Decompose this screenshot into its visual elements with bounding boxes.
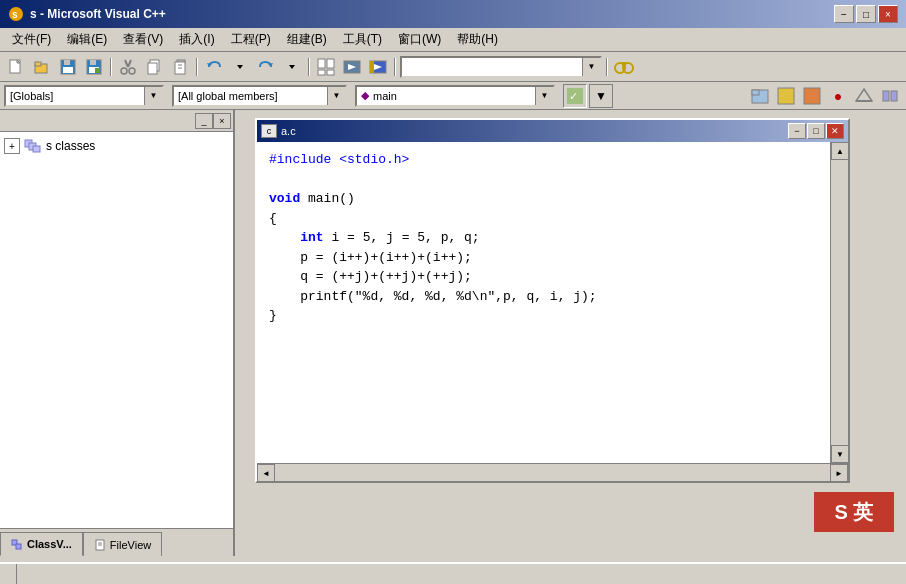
- tab-classview[interactable]: ClassV...: [0, 532, 83, 556]
- watermark-badge: S 英: [814, 492, 894, 532]
- sep1: [108, 55, 114, 79]
- workspace-btn5[interactable]: [852, 84, 876, 108]
- code-line-3: {: [269, 209, 818, 229]
- code-close-btn[interactable]: ✕: [826, 123, 844, 139]
- main-arrow[interactable]: ▼: [535, 87, 553, 105]
- classview-icon: [11, 537, 23, 551]
- code-win-controls: − □ ✕: [788, 123, 844, 139]
- panel-toolbar: _ ×: [0, 110, 233, 132]
- toolbar2: [Globals] ▼ [All global members] ▼ ◆ mai…: [0, 82, 906, 110]
- menu-tools[interactable]: 工具(T): [335, 29, 390, 50]
- menu-edit[interactable]: 编辑(E): [59, 29, 115, 50]
- menu-view[interactable]: 查看(V): [115, 29, 171, 50]
- panel-close-btn[interactable]: ×: [213, 113, 231, 129]
- panel-tabs: ClassV... FileView: [0, 528, 233, 556]
- paste-button[interactable]: [168, 55, 192, 79]
- scroll-track-h: [275, 464, 830, 481]
- code-window: c a.c − □ ✕ #include <stdio.h> void main…: [255, 118, 850, 483]
- search-dropdown[interactable]: ▼: [400, 56, 602, 78]
- globals-text: [Globals]: [6, 87, 144, 105]
- toolbar1: ▼: [0, 52, 906, 82]
- global-members-combo[interactable]: [All global members] ▼: [172, 85, 347, 107]
- menu-build[interactable]: 组建(B): [279, 29, 335, 50]
- tree-root-item[interactable]: + s classes: [4, 136, 229, 156]
- menu-help[interactable]: 帮助(H): [449, 29, 506, 50]
- svg-text:✓: ✓: [569, 90, 578, 102]
- build-btn3[interactable]: [366, 55, 390, 79]
- tab-classview-label: ClassV...: [27, 538, 72, 550]
- code-window-title: a.c: [281, 125, 788, 137]
- workspace-btn4[interactable]: ●: [826, 84, 850, 108]
- global-members-arrow[interactable]: ▼: [327, 87, 345, 105]
- statusbar: [0, 562, 906, 584]
- tab-fileview[interactable]: FileView: [83, 532, 162, 556]
- copy-button[interactable]: [142, 55, 166, 79]
- code-line-7: printf("%d, %d, %d, %d\n",p, q, i, j);: [269, 287, 818, 307]
- menu-window[interactable]: 窗口(W): [390, 29, 449, 50]
- close-button[interactable]: ×: [878, 5, 898, 23]
- filter-button[interactable]: ✓: [563, 84, 587, 108]
- code-line-blank: [269, 170, 818, 190]
- scroll-left-btn[interactable]: ◄: [257, 464, 275, 482]
- maximize-button[interactable]: □: [856, 5, 876, 23]
- sep5: [604, 55, 610, 79]
- tree-expand-icon[interactable]: +: [4, 138, 20, 154]
- workspace-btn3[interactable]: [800, 84, 824, 108]
- scroll-down-btn[interactable]: ▼: [831, 445, 849, 463]
- sep2: [194, 55, 200, 79]
- save-button[interactable]: [56, 55, 80, 79]
- code-minimize-btn[interactable]: −: [788, 123, 806, 139]
- redo-dropdown-button[interactable]: [280, 55, 304, 79]
- minimize-button[interactable]: −: [834, 5, 854, 23]
- svg-rect-44: [804, 88, 820, 104]
- svg-rect-27: [318, 59, 325, 68]
- svg-text:s: s: [12, 9, 18, 20]
- main-combo[interactable]: ◆ main ▼: [355, 85, 555, 107]
- scroll-up-btn[interactable]: ▲: [831, 142, 849, 160]
- search-dropdown-arrow[interactable]: ▼: [582, 58, 600, 76]
- open-button[interactable]: [30, 55, 54, 79]
- menu-insert[interactable]: 插入(I): [171, 29, 222, 50]
- scroll-right-btn[interactable]: ►: [830, 464, 848, 482]
- globals-combo[interactable]: [Globals] ▼: [4, 85, 164, 107]
- svg-rect-30: [327, 70, 334, 75]
- globals-arrow[interactable]: ▼: [144, 87, 162, 105]
- build-btn2[interactable]: [340, 55, 364, 79]
- undo-dropdown-button[interactable]: [228, 55, 252, 79]
- status-ready: [0, 564, 17, 584]
- code-editor[interactable]: #include <stdio.h> void main() { int i =…: [257, 142, 830, 463]
- svg-point-15: [121, 68, 127, 74]
- code-scrollbar-horizontal[interactable]: ◄ ►: [257, 463, 848, 481]
- left-panel: _ × + s classes: [0, 110, 235, 556]
- code-maximize-btn[interactable]: □: [807, 123, 825, 139]
- code-scrollbar-vertical[interactable]: ▲ ▼: [830, 142, 848, 463]
- classes-icon: [24, 138, 42, 154]
- new-file-button[interactable]: [4, 55, 28, 79]
- open-workspace-btn[interactable]: [748, 84, 772, 108]
- menu-file[interactable]: 文件(F): [4, 29, 59, 50]
- svg-line-14: [128, 60, 131, 67]
- app-icon: s: [8, 6, 24, 22]
- window-controls: − □ ×: [834, 5, 898, 23]
- workspace-btn2[interactable]: [774, 84, 798, 108]
- svg-rect-43: [778, 88, 794, 104]
- save-workspace-button[interactable]: [82, 55, 106, 79]
- sep3: [306, 55, 312, 79]
- svg-rect-38: [622, 62, 626, 66]
- binoculars-button[interactable]: [612, 55, 636, 79]
- code-line-5: p = (i++)+(i++)+(i++);: [269, 248, 818, 268]
- svg-rect-10: [90, 60, 96, 65]
- tab-fileview-label: FileView: [110, 539, 151, 551]
- redo-button[interactable]: [254, 55, 278, 79]
- cut-button[interactable]: [116, 55, 140, 79]
- filter-dropdown[interactable]: ▼: [589, 84, 613, 108]
- build-btn1[interactable]: [314, 55, 338, 79]
- svg-marker-24: [237, 65, 243, 69]
- watermark-text: S 英: [835, 499, 874, 526]
- undo-button[interactable]: [202, 55, 226, 79]
- panel-minimize-btn[interactable]: _: [195, 113, 213, 129]
- main-text: ◆ main: [357, 87, 535, 105]
- menu-project[interactable]: 工程(P): [223, 29, 279, 50]
- code-line-4: int i = 5, j = 5, p, q;: [269, 228, 818, 248]
- workspace-btn6[interactable]: [878, 84, 902, 108]
